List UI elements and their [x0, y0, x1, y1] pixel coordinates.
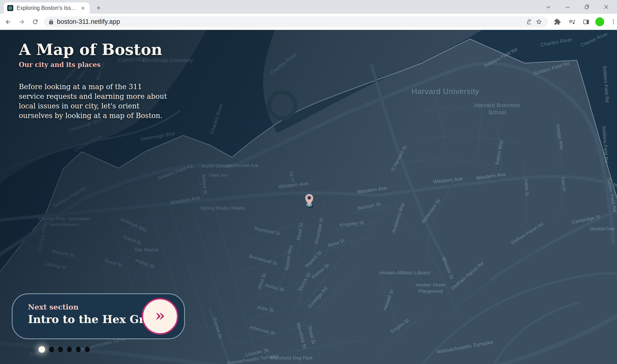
- extensions-puzzle-icon[interactable]: [552, 17, 563, 27]
- share-icon[interactable]: [525, 17, 534, 27]
- next-section-button[interactable]: »: [142, 298, 178, 335]
- menu-kebab-icon[interactable]: [608, 17, 617, 27]
- tab-close-icon[interactable]: [79, 5, 86, 12]
- map-label: Notch Brewery: [49, 222, 79, 227]
- map-label: Charles River Speedway/: [39, 216, 90, 221]
- browser-tab[interactable]: Exploring Boston's Issues: [4, 2, 90, 14]
- restore-button[interactable]: [583, 3, 591, 11]
- next-section-card[interactable]: Next section Intro to the Hex Grid »: [12, 293, 185, 339]
- url-text: boston-311.netlify.app: [57, 18, 525, 26]
- toolbar-right-icons: [552, 17, 617, 27]
- new-tab-button[interactable]: [94, 4, 103, 12]
- map-label: Harvard Business: [474, 102, 520, 108]
- pagination-dot-6[interactable]: [85, 347, 90, 352]
- pagination-dot-4[interactable]: [67, 347, 72, 352]
- map-label: Days Inn: [209, 172, 228, 178]
- pagination-dot-1[interactable]: [39, 346, 45, 353]
- lock-icon: [48, 19, 54, 25]
- pagination-dot-3[interactable]: [58, 347, 63, 352]
- map-viewport: Cambridge CemeteryCharles RiverCharles R…: [0, 30, 617, 364]
- tab-search-chevron-icon[interactable]: [544, 3, 552, 11]
- map-pin: [305, 194, 314, 208]
- back-button[interactable]: [3, 17, 13, 27]
- close-window-button[interactable]: [602, 3, 610, 11]
- map-label: Hooker Street: [416, 282, 446, 287]
- browser-toolbar: boston-311.netlify.app: [0, 14, 617, 30]
- tab-title: Exploring Boston's Issues: [17, 5, 79, 11]
- reload-button[interactable]: [30, 17, 40, 27]
- pagination-dot-5[interactable]: [76, 347, 81, 352]
- page-body-text: Before looking at a map of the 311 servi…: [19, 82, 168, 120]
- double-chevron-icon: »: [155, 307, 165, 323]
- map-label: DoubleTree: [590, 226, 615, 231]
- story-panel: A Map of Boston Our city and its places …: [19, 41, 178, 120]
- side-panel-icon[interactable]: [581, 17, 591, 27]
- page-title: A Map of Boston: [19, 41, 178, 58]
- forward-button[interactable]: [16, 17, 27, 27]
- next-section-label: Next section: [28, 303, 79, 311]
- map-label: Spring Shabu-Shabu: [200, 206, 245, 210]
- react-favicon-icon: [7, 5, 13, 11]
- map-label: Star Market: [134, 247, 159, 252]
- bookmark-star-icon[interactable]: [534, 17, 544, 27]
- tab-strip: Exploring Boston's Issues: [0, 0, 617, 14]
- map-label: School: [488, 109, 506, 115]
- profile-avatar[interactable]: [595, 17, 604, 26]
- map-label: Joyful Garden: [201, 163, 232, 169]
- map-label: Honan-Allston Library: [379, 270, 431, 275]
- window-controls: [544, 0, 617, 14]
- pagination-dot-2[interactable]: [49, 347, 54, 352]
- map-label: Playground: [418, 289, 443, 294]
- address-bar[interactable]: boston-311.netlify.app: [44, 16, 548, 27]
- pagination-dots: [39, 346, 90, 353]
- map-label: Harvard University: [411, 87, 479, 96]
- browser-window: Exploring Boston's Issues: [0, 0, 617, 364]
- next-section-title: Intro to the Hex Grid: [28, 313, 157, 326]
- map-label: McDonald Ave: [227, 163, 258, 168]
- page-subtitle: Our city and its places: [19, 61, 178, 68]
- minimize-button[interactable]: [564, 3, 572, 11]
- media-playlist-icon[interactable]: [566, 17, 577, 27]
